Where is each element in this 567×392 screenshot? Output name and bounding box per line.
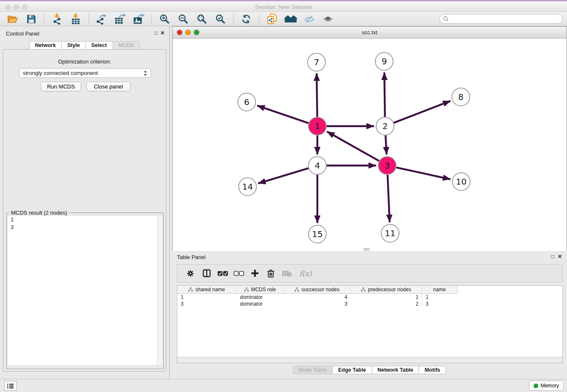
- tab-mcds[interactable]: MCDS: [113, 41, 140, 50]
- edge-1-7[interactable]: [317, 73, 317, 117]
- import-table-button[interactable]: [68, 13, 83, 25]
- node-8[interactable]: 8: [452, 88, 470, 106]
- create-column-button[interactable]: [248, 266, 262, 281]
- tab-select[interactable]: Select: [85, 41, 113, 50]
- tab-network[interactable]: Network: [29, 41, 62, 50]
- node-2[interactable]: 2: [376, 117, 394, 135]
- eye-icon: [323, 16, 333, 22]
- edge-3-1[interactable]: [327, 132, 379, 161]
- memory-label: Memory: [541, 383, 559, 389]
- search-field[interactable]: [439, 14, 563, 24]
- column-label: MCDS role: [251, 287, 276, 293]
- open-session-button[interactable]: [5, 13, 20, 25]
- cell-successor-nodes: 3: [284, 301, 351, 307]
- zoom-fit-button[interactable]: [194, 13, 209, 25]
- export-network-icon: [96, 14, 107, 25]
- edge-2-3[interactable]: [385, 135, 386, 155]
- function-builder-button[interactable]: f(x): [296, 266, 315, 281]
- edge-1-6[interactable]: [257, 105, 309, 123]
- result-scrollbar[interactable]: [157, 216, 162, 365]
- save-session-button[interactable]: [24, 13, 39, 25]
- column-header-predecessor-nodes[interactable]: predecessor nodes: [351, 286, 422, 293]
- table-panel-close-button[interactable]: ✕: [558, 254, 562, 259]
- task-history-button[interactable]: [4, 381, 17, 391]
- table-row[interactable]: 1dominator411: [177, 294, 562, 301]
- run-mcds-button[interactable]: Run MCDS: [41, 82, 81, 91]
- node-11[interactable]: 11: [381, 224, 399, 242]
- clone-network-button[interactable]: [264, 13, 280, 25]
- node-15[interactable]: 15: [308, 225, 326, 243]
- control-panel-close-button[interactable]: ✕: [160, 30, 165, 36]
- svg-text:4: 4: [315, 160, 320, 171]
- edge-3-11[interactable]: [388, 175, 390, 222]
- show-all-button[interactable]: [320, 13, 336, 25]
- result-line: 3: [8, 224, 162, 231]
- node-10[interactable]: 10: [452, 173, 470, 190]
- zoom-selected-button[interactable]: [213, 13, 228, 25]
- criterion-select[interactable]: strongly connected component: [19, 68, 151, 78]
- tab-style[interactable]: Style: [61, 41, 86, 50]
- node-9[interactable]: 9: [375, 52, 393, 70]
- import-network-button[interactable]: [50, 13, 65, 25]
- cell-predecessor-nodes: 2: [351, 301, 422, 307]
- export-image-button[interactable]: [131, 13, 146, 25]
- search-input[interactable]: [451, 16, 559, 22]
- edge-3-10[interactable]: [396, 168, 450, 179]
- zoom-selected-icon: [215, 14, 226, 24]
- edge-2-9[interactable]: [384, 72, 385, 117]
- select-all-columns-button[interactable]: [215, 266, 230, 281]
- status-bar: Memory: [0, 379, 567, 392]
- export-network-button[interactable]: [94, 13, 109, 25]
- table-row[interactable]: 3dominator323: [177, 301, 562, 307]
- column-header-name[interactable]: name: [422, 286, 457, 293]
- toolbar-separator: [259, 14, 259, 25]
- network-window-titlebar[interactable]: ✕ − + scc.txt: [173, 27, 567, 39]
- zoom-out-button[interactable]: [176, 13, 191, 25]
- toolbar-separator: [88, 14, 89, 25]
- tab-node-table[interactable]: Node Table: [293, 366, 333, 374]
- tab-network-table[interactable]: Network Table: [372, 366, 419, 374]
- canvas-resize-handle[interactable]: [363, 248, 369, 251]
- edge-2-8[interactable]: [394, 101, 451, 123]
- import-network-icon: [52, 14, 62, 25]
- node-4[interactable]: 4: [308, 157, 326, 174]
- node-1[interactable]: 1: [308, 117, 326, 135]
- column-header-successor-nodes[interactable]: successor nodes: [284, 286, 351, 293]
- edge-4-14[interactable]: [258, 168, 308, 183]
- app-titlebar: Session: New Session: [0, 0, 567, 12]
- node-3[interactable]: 3: [378, 157, 396, 174]
- cell-shared-name: 3: [177, 301, 237, 307]
- show-columns-button[interactable]: [199, 266, 214, 281]
- tab-motifs[interactable]: Motifs: [418, 366, 446, 374]
- svg-text:2: 2: [383, 121, 388, 131]
- node-14[interactable]: 14: [239, 178, 256, 196]
- node-6[interactable]: 6: [238, 93, 256, 111]
- hide-selected-button[interactable]: [302, 13, 317, 25]
- memory-button[interactable]: Memory: [529, 381, 564, 391]
- refresh-button[interactable]: [239, 13, 254, 25]
- delete-table-button[interactable]: [280, 266, 294, 281]
- save-icon: [27, 14, 36, 24]
- control-panel-float-button[interactable]: □: [154, 30, 157, 36]
- node-7[interactable]: 7: [308, 53, 325, 71]
- mcds-result-area[interactable]: 1 3: [8, 216, 162, 365]
- cell-name: 3: [422, 301, 457, 307]
- toolbar-separator: [44, 14, 44, 25]
- columns-icon: [203, 269, 211, 277]
- export-table-button[interactable]: [113, 13, 128, 25]
- network-canvas[interactable]: 1234678910111415: [173, 39, 567, 251]
- column-header-shared-name[interactable]: shared name: [177, 286, 237, 293]
- column-header-MCDS-role[interactable]: MCDS role: [237, 286, 284, 293]
- network-window-title: scc.txt: [173, 29, 567, 36]
- table-horizontal-scrollbar[interactable]: [177, 357, 562, 363]
- deselect-all-columns-button[interactable]: [231, 266, 246, 281]
- close-panel-button[interactable]: Close panel: [86, 82, 130, 91]
- tab-edge-table[interactable]: Edge Table: [332, 366, 372, 374]
- first-neighbors-button[interactable]: [283, 13, 298, 25]
- fx-icon: f(x): [299, 269, 311, 278]
- zoom-in-button[interactable]: [157, 13, 172, 25]
- column-label: predecessor nodes: [368, 287, 411, 293]
- table-settings-button[interactable]: [183, 266, 198, 281]
- table-panel-float-button[interactable]: □: [551, 254, 554, 259]
- delete-column-button[interactable]: [264, 266, 278, 281]
